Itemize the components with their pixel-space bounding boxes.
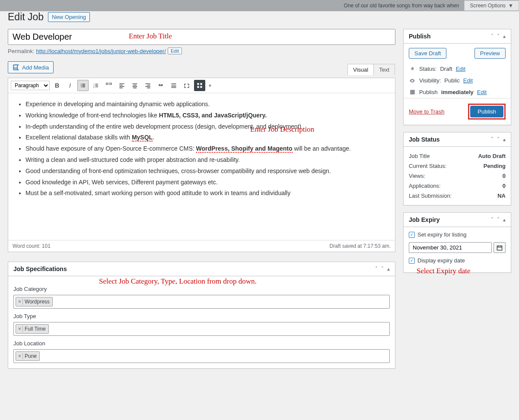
page-title: Edit Job (8, 11, 44, 23)
screen-options-button[interactable]: Screen Options ▼ (464, 0, 519, 11)
caret-up-icon[interactable]: ▴ (387, 266, 390, 272)
publish-button-highlight: Publish (468, 104, 506, 120)
display-expiry-checkbox[interactable]: ✓ Display expiry date (409, 257, 506, 264)
annotation-specs: Select Job Category, Type, Location from… (99, 277, 257, 286)
calendar-icon (409, 89, 416, 95)
editor-box: Visual Text Paragraph B I ““ (8, 78, 395, 252)
location-input[interactable]: ×Pune (13, 349, 390, 363)
svg-rect-1 (200, 83, 202, 85)
description-item: Must be a self-motivated, smart working … (25, 188, 388, 199)
format-select[interactable]: Paragraph (11, 81, 50, 90)
checkbox-checked-icon: ✓ (409, 258, 415, 264)
expiry-date-input[interactable] (409, 242, 492, 253)
topbar-message: One of our old favorite songs from way b… (344, 3, 459, 9)
category-label: Job Category (13, 286, 390, 292)
job-expiry-box: Job Expiry ˄˅▴ ✓ Set expiry for listing (403, 212, 511, 273)
description-item: Writing a clean and well-structured code… (25, 155, 388, 165)
status-row: Applications:0 (409, 181, 506, 191)
align-center-button[interactable] (129, 80, 140, 91)
specs-title: Job Specifications (13, 265, 67, 272)
align-right-button[interactable] (142, 80, 153, 91)
svg-rect-0 (197, 83, 199, 85)
permalink-edit-button[interactable]: Edit (168, 47, 182, 54)
quote-button[interactable]: ““ (103, 80, 115, 91)
word-count: Word count: 101 (13, 243, 51, 249)
chevron-up-icon[interactable]: ˄ (491, 217, 494, 223)
chevron-up-icon[interactable]: ˄ (491, 136, 494, 142)
tab-text[interactable]: Text (373, 64, 395, 75)
status-row: Last Submission:NA (409, 191, 506, 201)
description-item: Working knowledge of front-end technolog… (25, 111, 388, 121)
move-to-trash-link[interactable]: Move to Trash (409, 108, 444, 115)
job-expiry-title: Job Expiry (409, 216, 440, 223)
svg-rect-2 (197, 86, 199, 88)
preview-button[interactable]: Preview (474, 48, 506, 59)
checkbox-checked-icon: ✓ (409, 232, 415, 238)
align-left-button[interactable] (116, 80, 127, 91)
calendar-button[interactable] (494, 242, 506, 253)
chevron-down-icon[interactable]: ˅ (381, 266, 384, 272)
editor-content[interactable]: Experience in developing and maintaining… (8, 93, 395, 240)
toolbar-toggle-button[interactable] (194, 80, 205, 91)
remove-tag-icon[interactable]: × (17, 353, 23, 359)
type-tag: ×Full Time (16, 324, 49, 334)
caret-up-icon[interactable]: ▴ (503, 217, 506, 223)
category-tag: ×Wordpress (16, 297, 53, 306)
status-edit-link[interactable]: Edit (456, 66, 465, 72)
eye-icon (409, 78, 416, 84)
type-label: Job Type (13, 313, 390, 319)
job-title-input[interactable] (8, 29, 395, 45)
bold-button[interactable]: B (51, 80, 63, 91)
job-status-box: Job Status ˄˅▴ Job TitleAuto DraftCurren… (403, 132, 511, 205)
category-input[interactable]: ×Wordpress (13, 295, 390, 309)
description-item: In-depth understanding of the entire web… (25, 122, 388, 132)
ol-button[interactable] (90, 80, 102, 91)
visibility-edit-link[interactable]: Edit (463, 77, 473, 84)
publish-box: Publish ˄˅▴ Save Draft Preview Status: D… (403, 29, 511, 125)
description-item: Experience in developing and maintaining… (25, 99, 388, 110)
permalink-row: Permalink: http://localhost/mydemo1/jobs… (8, 47, 395, 54)
chevron-down-icon[interactable]: ˅ (497, 136, 500, 142)
schedule-edit-link[interactable]: Edit (477, 89, 487, 95)
italic-button[interactable]: I (64, 80, 76, 91)
draft-saved-time: Draft saved at 7:17:53 am. (330, 243, 391, 249)
permalink-url[interactable]: http://localhost/mydemo1/jobs/junior-web… (36, 48, 166, 54)
type-input[interactable]: ×Full Time (13, 322, 390, 336)
fullscreen-button[interactable] (181, 80, 192, 91)
pin-icon (409, 66, 416, 72)
chevron-up-icon[interactable]: ˄ (375, 266, 378, 272)
chevron-down-icon[interactable]: ˅ (497, 217, 500, 223)
remove-tag-icon[interactable]: × (17, 299, 23, 305)
new-opening-button[interactable]: New Opening (48, 12, 90, 22)
location-tag: ×Pune (16, 351, 40, 361)
description-item: Excellent relational database skills wit… (25, 133, 388, 143)
description-item: Good knowledge in API, Web services, Dif… (25, 177, 388, 188)
ul-button[interactable] (77, 80, 89, 91)
link-button[interactable] (155, 80, 166, 91)
save-draft-button[interactable]: Save Draft (409, 48, 446, 59)
more-button[interactable] (168, 80, 179, 91)
description-item: Should have exposure of any Open-Source … (25, 144, 388, 154)
svg-rect-4 (497, 246, 502, 250)
location-label: Job Location (13, 340, 390, 347)
media-icon (13, 64, 19, 71)
toolbar-caret-icon: ▼ (207, 80, 213, 91)
tab-visual[interactable]: Visual (347, 64, 374, 75)
remove-tag-icon[interactable]: × (17, 326, 23, 332)
job-status-title: Job Status (409, 136, 440, 143)
status-row: Current Status:Pending (409, 161, 506, 171)
status-row: Views:0 (409, 171, 506, 181)
status-row: Job TitleAuto Draft (409, 151, 506, 161)
caret-up-icon[interactable]: ▴ (503, 33, 506, 39)
chevron-down-icon[interactable]: ˅ (497, 33, 500, 39)
svg-rect-3 (200, 86, 202, 88)
add-media-button[interactable]: Add Media (8, 61, 54, 73)
top-bar: One of our old favorite songs from way b… (0, 0, 519, 11)
publish-button[interactable]: Publish (470, 106, 503, 117)
chevron-up-icon[interactable]: ˄ (491, 33, 494, 39)
editor-toolbar: Paragraph B I ““ (8, 78, 395, 93)
caret-up-icon[interactable]: ▴ (503, 136, 506, 142)
set-expiry-checkbox[interactable]: ✓ Set expiry for listing (409, 231, 506, 238)
caret-down-icon: ▼ (508, 3, 513, 9)
publish-title: Publish (409, 33, 431, 40)
